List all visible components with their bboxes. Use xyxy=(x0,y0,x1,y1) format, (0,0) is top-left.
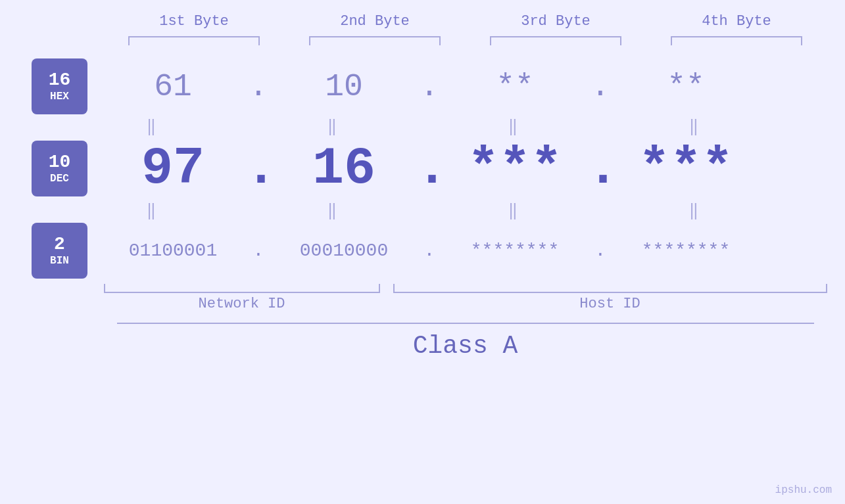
bin-byte3: ******** xyxy=(443,241,587,261)
host-id-label: Host ID xyxy=(393,296,827,312)
dec-row: 10 DEC 97 . 16 . *** . *** xyxy=(0,139,845,198)
byte3-header: 3rd Byte xyxy=(483,13,628,30)
bin-badge-number: 2 xyxy=(54,235,65,255)
hex-byte2: 10 xyxy=(272,69,416,104)
hex-byte4: ** xyxy=(614,69,758,104)
dec-byte2: 16 xyxy=(272,139,416,198)
watermark: ipshu.com xyxy=(775,484,832,496)
top-brackets xyxy=(104,36,827,45)
dec-values: 97 . 16 . *** . *** xyxy=(101,139,845,198)
equals-row-1: ‖ ‖ ‖ ‖ xyxy=(61,117,785,136)
hex-byte3: ** xyxy=(443,69,587,104)
eq2-b2: ‖ xyxy=(260,201,404,220)
bin-byte1: 01100001 xyxy=(101,241,245,261)
dec-byte3: *** xyxy=(443,139,587,198)
class-label: Class A xyxy=(413,332,518,360)
byte2-header: 2nd Byte xyxy=(302,13,447,30)
bin-dot2: . xyxy=(416,241,443,261)
bracket-byte1 xyxy=(128,36,260,45)
bottom-brackets xyxy=(104,284,827,293)
dec-dot1: . xyxy=(245,148,272,190)
bin-row: 2 BIN 01100001 . 00010000 . ******** . *… xyxy=(0,223,845,279)
eq2-b4: ‖ xyxy=(621,201,766,220)
network-id-label: Network ID xyxy=(104,296,380,312)
hex-dot2: . xyxy=(416,69,443,104)
dec-dot3: . xyxy=(587,148,614,190)
eq2-b1: ‖ xyxy=(79,201,224,220)
class-row: Class A xyxy=(117,323,814,360)
dec-byte1: 97 xyxy=(101,139,245,198)
hex-badge-label: HEX xyxy=(50,91,69,103)
bin-byte2: 00010000 xyxy=(272,241,416,261)
bin-badge: 2 BIN xyxy=(32,223,87,279)
byte1-header: 1st Byte xyxy=(122,13,266,30)
hex-dot1: . xyxy=(245,69,272,104)
eq2-b3: ‖ xyxy=(441,201,585,220)
dec-byte4: *** xyxy=(614,139,758,198)
equals-row-2: ‖ ‖ ‖ ‖ xyxy=(61,201,785,220)
eq1-b4: ‖ xyxy=(621,117,766,136)
hex-byte1: 61 xyxy=(101,69,245,104)
bin-dot1: . xyxy=(245,241,272,261)
hex-values: 61 . 10 . ** . ** xyxy=(101,69,845,104)
byte4-header: 4th Byte xyxy=(664,13,809,30)
id-labels-row: Network ID Host ID xyxy=(104,296,827,312)
bracket-byte2 xyxy=(309,36,441,45)
bin-values: 01100001 . 00010000 . ******** . *******… xyxy=(101,241,845,261)
eq1-b1: ‖ xyxy=(79,117,224,136)
bin-badge-label: BIN xyxy=(50,255,69,267)
host-bracket xyxy=(393,284,827,293)
bin-dot3: . xyxy=(587,241,614,261)
hex-dot3: . xyxy=(587,69,614,104)
dec-badge-label: DEC xyxy=(50,173,69,185)
hex-row: 16 HEX 61 . 10 . ** . ** xyxy=(0,58,845,114)
bracket-byte3 xyxy=(490,36,621,45)
eq1-b2: ‖ xyxy=(260,117,404,136)
byte-headers-row: 1st Byte 2nd Byte 3rd Byte 4th Byte xyxy=(104,13,827,30)
eq1-b3: ‖ xyxy=(441,117,585,136)
main-container: 1st Byte 2nd Byte 3rd Byte 4th Byte 16 H… xyxy=(0,0,845,504)
bin-byte4: ******** xyxy=(614,241,758,261)
dec-badge-number: 10 xyxy=(49,152,71,173)
hex-badge-number: 16 xyxy=(49,70,71,91)
dec-badge: 10 DEC xyxy=(32,141,87,196)
dec-dot2: . xyxy=(416,148,443,190)
bracket-byte4 xyxy=(671,36,802,45)
network-bracket xyxy=(104,284,380,293)
hex-badge: 16 HEX xyxy=(32,58,87,114)
